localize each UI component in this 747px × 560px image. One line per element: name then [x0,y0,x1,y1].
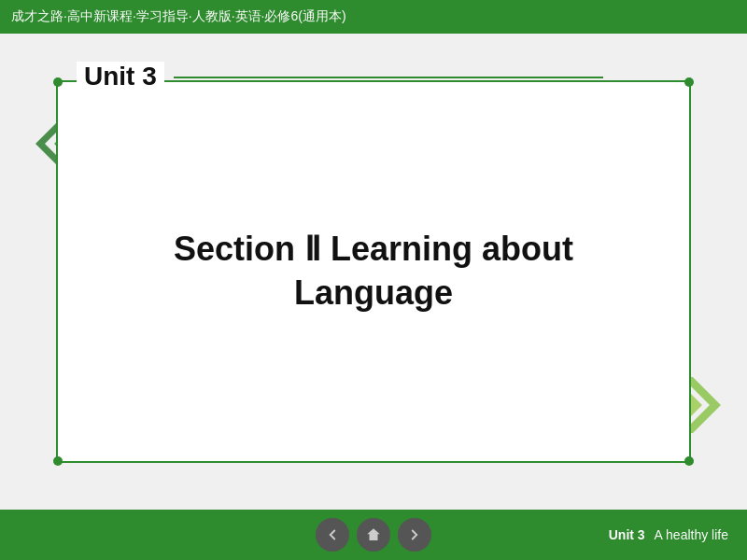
section-text: Section Ⅱ Learning about Language [155,228,592,315]
main-area: Unit 3 Section Ⅱ Learning about Language [0,34,747,510]
unit-title-line [174,77,603,78]
unit-title: Unit 3 [77,62,164,91]
nav-forward-button[interactable] [398,518,431,552]
section-line2: Language [174,272,573,315]
nav-back-button[interactable] [316,518,349,552]
corner-dot-bl [53,456,63,466]
nav-buttons [316,518,431,552]
corner-dot-br [684,456,694,466]
content-card: Unit 3 Section Ⅱ Learning about Language [56,80,691,463]
corner-dot-tr [684,77,694,87]
nav-home-button[interactable] [357,518,390,552]
unit-title-area: Unit 3 [77,62,603,91]
footer-unit: Unit 3 [609,527,645,542]
footer-right: Unit 3 A healthy life [609,527,728,542]
footer-bar: Unit 3 A healthy life [0,510,747,560]
header-title: 成才之路·高中新课程·学习指导·人教版·英语·必修6(通用本) [11,8,346,25]
header-bar: 成才之路·高中新课程·学习指导·人教版·英语·必修6(通用本) [0,0,747,34]
corner-dot-tl [53,77,63,87]
section-line1: Section Ⅱ Learning about [174,228,573,272]
footer-subtitle: A healthy life [655,527,728,542]
